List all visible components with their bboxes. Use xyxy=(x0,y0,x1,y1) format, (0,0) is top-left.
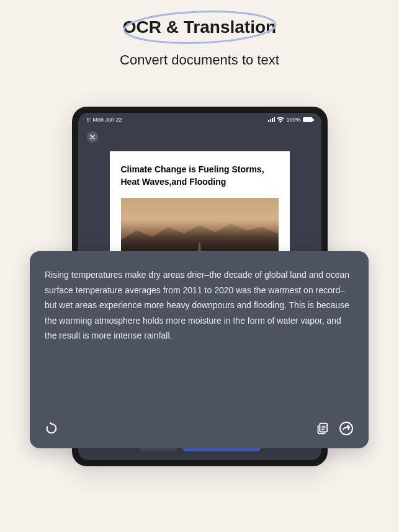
status-time: 9: Mon Jun 22 xyxy=(87,117,122,123)
share-button[interactable] xyxy=(339,421,354,436)
result-actions xyxy=(45,421,354,436)
share-icon xyxy=(339,421,354,436)
ocr-result-card: Rising temperatures make dry areas drier… xyxy=(30,251,369,448)
close-button[interactable] xyxy=(87,131,98,143)
page-subtitle: Convert documents to text xyxy=(0,52,399,68)
refresh-button[interactable] xyxy=(45,422,58,435)
ocr-result-text: Rising temperatures make dry areas drier… xyxy=(45,267,354,344)
status-bar: 9: Mon Jun 22 100% xyxy=(78,113,321,125)
copy-icon xyxy=(315,422,329,435)
page-title: OCR & Translation xyxy=(0,17,399,37)
page-title-text: OCR & Translation xyxy=(123,17,276,37)
battery-percent: 100% xyxy=(286,117,300,123)
wifi-icon xyxy=(277,117,284,123)
close-icon xyxy=(90,135,95,140)
svg-point-5 xyxy=(340,422,352,435)
copy-button[interactable] xyxy=(315,422,329,435)
battery-icon xyxy=(303,117,313,122)
refresh-icon xyxy=(45,422,58,435)
document-headline: Climate Change is Fueling Storms, Heat W… xyxy=(121,164,279,188)
signal-icon xyxy=(268,117,275,122)
status-right: 100% xyxy=(268,117,312,123)
